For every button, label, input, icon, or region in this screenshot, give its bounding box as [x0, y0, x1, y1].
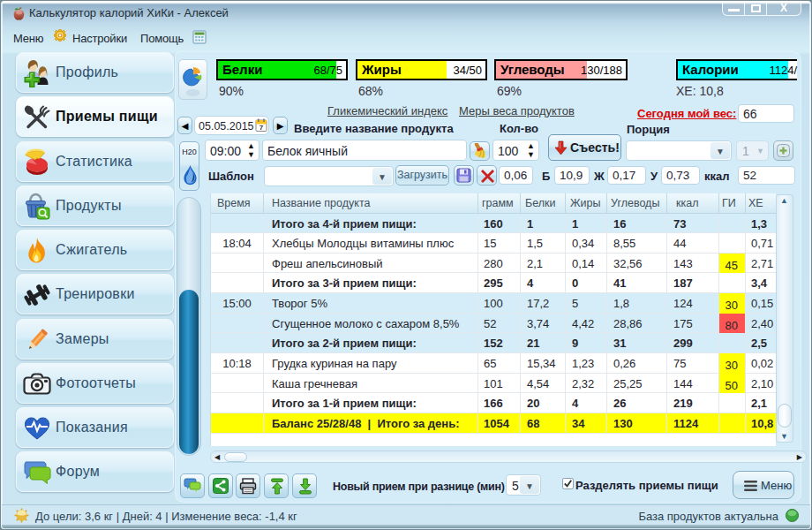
- svg-text:7: 7: [259, 124, 264, 132]
